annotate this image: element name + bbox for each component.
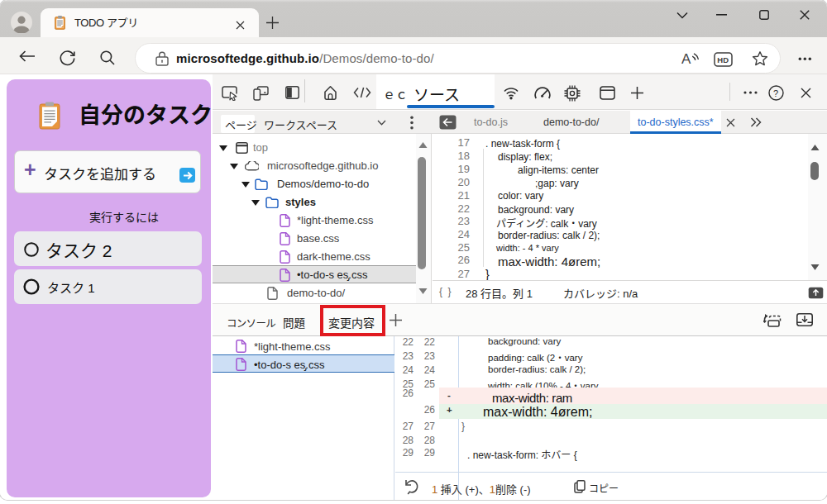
svg-text:HD: HD [717,55,729,64]
svg-text:A: A [681,51,691,67]
svg-text:?: ? [773,88,778,98]
